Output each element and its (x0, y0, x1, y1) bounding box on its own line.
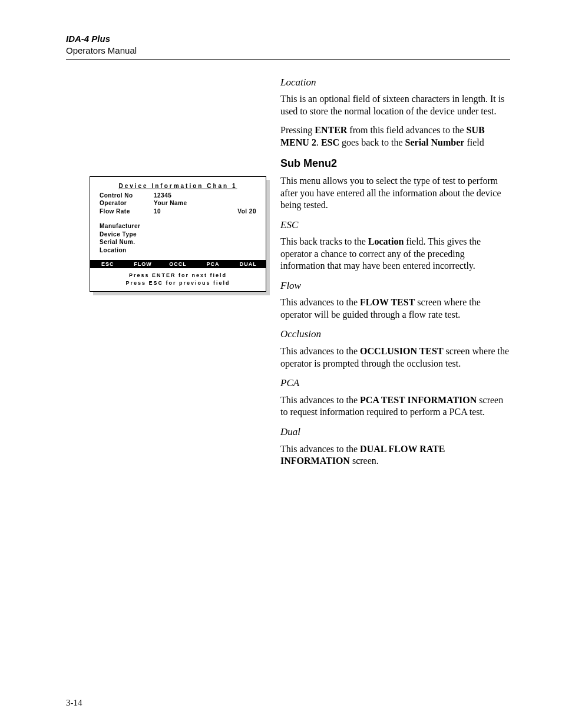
header-manual: Operators Manual (66, 45, 510, 57)
heading-pca: PCA (280, 377, 510, 390)
para-esc: This back tracks to the Location field. … (280, 236, 510, 272)
device-row: Serial Num. (100, 238, 256, 246)
page: IDA-4 Plus Operators Manual Device Infor… (0, 0, 562, 728)
device-fields: Control No 12345 Operator Your Name Flow… (90, 192, 266, 257)
device-row: Control No 12345 (100, 192, 256, 200)
heading-flow: Flow (280, 279, 510, 292)
device-row: Device Type (100, 230, 256, 239)
device-screen: Device Information Chan 1 Control No 123… (90, 176, 266, 292)
bold-occltest: OCCLUSION TEST (360, 346, 444, 356)
field-value: 10 (154, 207, 221, 216)
heading-dual: Dual (280, 426, 510, 439)
field-label: Control No (100, 192, 154, 200)
field-right: Vol 20 (221, 207, 256, 216)
device-title: Device Information Chan 1 (90, 183, 266, 189)
field-right (221, 192, 256, 200)
text: field (464, 137, 484, 147)
text: This advances to the (280, 444, 360, 454)
text: This advances to the (280, 297, 360, 307)
right-column: Location This is an optional field of si… (280, 76, 510, 475)
bold-pcatest: PCA TEST INFORMATION (360, 395, 477, 405)
heading-esc: ESC (280, 219, 510, 232)
bold-esc: ESC (321, 137, 339, 147)
bold-enter: ENTER (315, 125, 347, 135)
menu-item-pca[interactable]: PCA (196, 261, 231, 267)
text: This back tracks to the (280, 236, 368, 246)
field-value: Your Name (154, 199, 221, 207)
field-label: Manufacturer (100, 222, 154, 230)
field-label: Serial Num. (100, 238, 154, 246)
para-submenu: This menu allows you to select the type … (280, 175, 510, 211)
para-pca: This advances to the PCA TEST INFORMATIO… (280, 394, 510, 419)
field-label: Device Type (100, 230, 154, 239)
field-value: 12345 (154, 192, 221, 200)
text: Pressing (280, 125, 315, 135)
para-occlusion: This advances to the OCCLUSION TEST scre… (280, 345, 510, 370)
device-hints: Press ENTER for next field Press ESC for… (90, 268, 266, 291)
menu-item-flow[interactable]: FLOW (125, 261, 161, 267)
field-right (221, 199, 256, 207)
field-label: Location (100, 246, 154, 255)
menu-item-dual[interactable]: DUAL (230, 261, 266, 267)
device-row: Flow Rate 10 Vol 20 (100, 207, 256, 216)
hint-enter: Press ENTER for next field (90, 272, 266, 279)
heading-location: Location (280, 76, 510, 89)
left-column: Device Information Chan 1 Control No 123… (66, 76, 266, 292)
device-row: Manufacturer (100, 222, 256, 230)
device-screen-wrap: Device Information Chan 1 Control No 123… (90, 176, 266, 292)
para-location-2: Pressing ENTER from this field advances … (280, 124, 510, 149)
running-header: IDA-4 Plus Operators Manual (66, 33, 510, 60)
device-spacer (100, 215, 256, 222)
menu-item-esc[interactable]: ESC (90, 261, 125, 267)
bold-serial: Serial Number (405, 137, 465, 147)
header-product: IDA-4 Plus (66, 33, 510, 45)
para-dual: This advances to the DUAL FLOW RATE INFO… (280, 443, 510, 467)
heading-submenu2: Sub Menu2 (280, 157, 510, 170)
device-row: Operator Your Name (100, 199, 256, 207)
heading-occlusion: Occlusion (280, 328, 510, 341)
hint-esc: Press ESC for previous field (90, 279, 266, 287)
text: This advances to the (280, 346, 360, 356)
field-label: Operator (100, 199, 154, 207)
text: goes back to the (339, 137, 405, 147)
text: from this field advances to the (347, 125, 466, 135)
bold-flowtest: FLOW TEST (360, 297, 415, 307)
para-location-1: This is an optional field of sixteen cha… (280, 93, 510, 117)
field-label: Flow Rate (100, 207, 154, 216)
menu-item-occl[interactable]: OCCL (160, 261, 196, 267)
device-row: Location (100, 246, 256, 255)
page-number: 3-14 (66, 698, 82, 708)
para-flow: This advances to the FLOW TEST screen wh… (280, 297, 510, 321)
bold-location: Location (368, 236, 404, 246)
device-menu-bar: ESC FLOW OCCL PCA DUAL (90, 260, 266, 268)
text: . (316, 137, 321, 147)
text: screen. (350, 456, 379, 466)
content-columns: Device Information Chan 1 Control No 123… (66, 76, 510, 475)
text: This advances to the (280, 395, 360, 405)
